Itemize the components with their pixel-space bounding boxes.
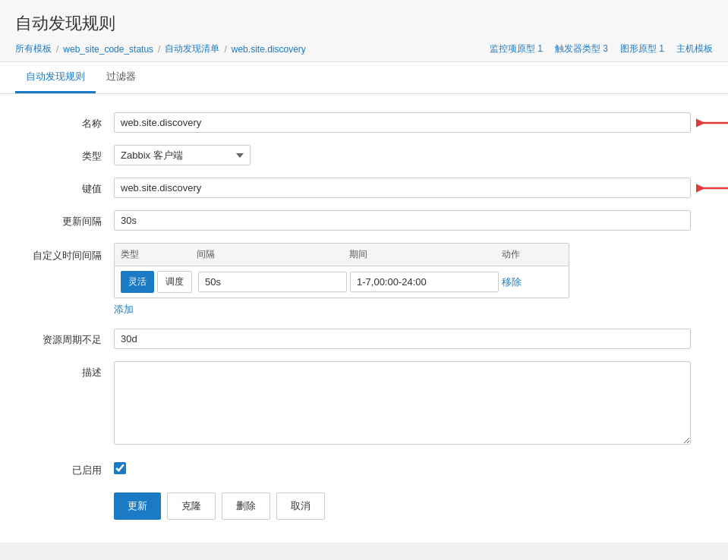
col-type: 类型 — [121, 248, 197, 261]
breadcrumb-discovery-list[interactable]: 自动发现清单 — [165, 42, 219, 55]
action-buttons: 更新 克隆 删除 取消 — [114, 492, 713, 520]
label-key: 键值 — [15, 178, 114, 196]
update-button[interactable]: 更新 — [114, 492, 161, 520]
breadcrumb-sep-1: / — [56, 44, 58, 55]
custom-interval-row: 灵活 调度 移除 — [115, 266, 569, 297]
add-interval-link[interactable]: 添加 — [114, 303, 134, 316]
period-cell — [350, 272, 499, 292]
breadcrumb-sep-2: / — [158, 44, 160, 55]
form-row-custom-interval: 自定义时间间隔 类型 间隔 期间 动作 灵活 调度 — [15, 243, 713, 316]
enabled-checkbox[interactable] — [114, 462, 126, 474]
type-field-wrap: Zabbix 客户端 SNMP IPMI JMX HTTP代理 — [114, 145, 691, 165]
key-input[interactable] — [114, 178, 691, 198]
label-update-interval: 更新间隔 — [15, 210, 114, 228]
btn-schedule[interactable]: 调度 — [157, 271, 192, 293]
label-custom-interval: 自定义时间间隔 — [15, 243, 114, 263]
custom-interval-table: 类型 间隔 期间 动作 灵活 调度 — [114, 243, 569, 298]
custom-interval-wrap: 类型 间隔 期间 动作 灵活 调度 — [114, 243, 691, 316]
breadcrumb-all-templates[interactable]: 所有模板 — [15, 42, 52, 55]
form-row-key: 键值 — [15, 178, 713, 198]
breadcrumb-sep-3: / — [224, 44, 226, 55]
form-row-description: 描述 — [15, 361, 713, 447]
page-header: 自动发现规则 所有模板 / web_site_code_status / 自动发… — [0, 0, 728, 62]
lifetime-wrap — [114, 329, 691, 349]
lifetime-input[interactable] — [114, 329, 691, 349]
label-description: 描述 — [15, 361, 114, 379]
tab-discovery-rule[interactable]: 自动发现规则 — [15, 62, 96, 93]
content-area: 名称 类型 Zabbix 客户端 SNMP IPMI JMX HTT — [0, 94, 728, 543]
clone-button[interactable]: 克隆 — [167, 492, 216, 520]
name-field-wrap — [114, 112, 691, 133]
form-row-lifetime: 资源周期不足 — [15, 329, 713, 349]
period-value-input[interactable] — [350, 272, 499, 292]
breadcrumb-discovery[interactable]: web.site.discovery — [232, 44, 306, 55]
label-lifetime: 资源周期不足 — [15, 329, 114, 347]
nav-item-triggers[interactable]: 触发器类型 3 — [555, 42, 608, 55]
col-period: 期间 — [349, 248, 502, 261]
breadcrumb: 所有模板 / web_site_code_status / 自动发现清单 / w… — [15, 42, 713, 55]
description-wrap — [114, 361, 691, 447]
enabled-wrap — [114, 459, 691, 474]
breadcrumb-right: 监控项原型 1 触发器类型 3 图形原型 1 主机模板 — [490, 42, 713, 55]
nav-item-host-template[interactable]: 主机模板 — [676, 42, 713, 55]
custom-interval-header: 类型 间隔 期间 动作 — [115, 244, 569, 266]
label-name: 名称 — [15, 112, 114, 131]
tabs-bar: 自动发现规则 过滤器 — [0, 62, 728, 94]
label-enabled: 已启用 — [15, 459, 114, 477]
delete-button[interactable]: 删除 — [222, 492, 270, 520]
interval-cell — [198, 272, 347, 292]
form-row-update-interval: 更新间隔 — [15, 210, 713, 231]
btn-remove[interactable]: 移除 — [502, 275, 522, 289]
update-interval-input[interactable] — [114, 210, 691, 231]
update-interval-wrap — [114, 210, 691, 231]
arrow-key-icon — [696, 180, 728, 197]
interval-value-input[interactable] — [198, 272, 347, 292]
type-buttons-wrap: 灵活 调度 — [121, 271, 195, 293]
arrow-name-icon — [696, 115, 728, 131]
form-row-enabled: 已启用 — [15, 459, 713, 477]
breadcrumb-code-status[interactable]: web_site_code_status — [63, 44, 153, 55]
label-type: 类型 — [15, 145, 114, 163]
key-field-wrap — [114, 178, 691, 198]
action-cell: 移除 — [502, 275, 563, 289]
name-input[interactable] — [114, 112, 691, 133]
description-textarea[interactable] — [114, 361, 691, 445]
nav-item-prototypes[interactable]: 监控项原型 1 — [490, 42, 543, 55]
btn-flexible[interactable]: 灵活 — [121, 271, 154, 293]
nav-item-graphs[interactable]: 图形原型 1 — [620, 42, 664, 55]
col-action: 动作 — [502, 248, 563, 261]
cancel-button[interactable]: 取消 — [276, 492, 325, 520]
col-interval: 间隔 — [197, 248, 349, 261]
form-row-name: 名称 — [15, 112, 713, 133]
tab-filter[interactable]: 过滤器 — [96, 62, 147, 93]
page-title: 自动发现规则 — [15, 12, 713, 35]
type-select[interactable]: Zabbix 客户端 SNMP IPMI JMX HTTP代理 — [114, 145, 251, 165]
form-row-type: 类型 Zabbix 客户端 SNMP IPMI JMX HTTP代理 — [15, 145, 713, 165]
